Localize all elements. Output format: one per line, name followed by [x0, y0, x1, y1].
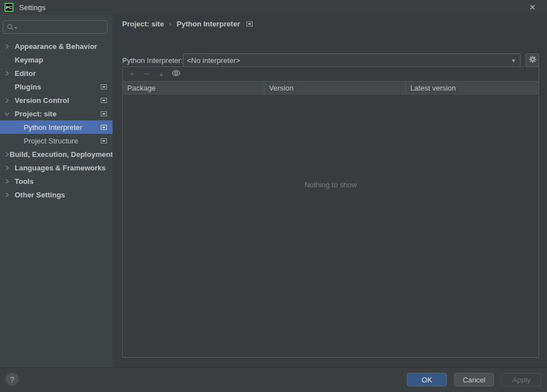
breadcrumb-separator-icon: ›: [169, 20, 171, 28]
sidebar-item-build-execution-deployment[interactable]: Build, Execution, Deployment: [0, 147, 113, 161]
close-icon[interactable]: ×: [526, 1, 539, 14]
chevron-right-icon: [5, 152, 10, 157]
chevron-right-icon: [5, 98, 15, 103]
plus-icon: +: [129, 70, 134, 79]
search-history-chevron-icon[interactable]: ▾: [15, 25, 17, 30]
sidebar-item-other-settings[interactable]: Other Settings: [0, 188, 113, 201]
interpreter-settings-button[interactable]: [526, 53, 539, 67]
project-settings-badge-icon: [246, 21, 253, 26]
apply-button[interactable]: Apply: [501, 373, 541, 386]
chevron-right-icon: [5, 44, 15, 49]
chevron-right-icon: [5, 165, 15, 170]
breadcrumb: Project: site › Python Interpreter: [122, 20, 258, 28]
window-title: Settings: [19, 3, 46, 12]
title-bar: PC Settings ×: [0, 0, 547, 15]
breadcrumb-project-site[interactable]: Project: site: [122, 20, 164, 28]
cancel-button[interactable]: Cancel: [454, 373, 494, 386]
search-icon: [7, 24, 14, 31]
dialog-footer: ? OK Cancel Apply: [0, 367, 547, 392]
settings-content: Project: site › Python Interpreter Pytho…: [113, 15, 547, 367]
sidebar-item-version-control[interactable]: Version Control: [0, 93, 113, 107]
project-settings-badge-icon: [101, 138, 107, 143]
sidebar-item-editor[interactable]: Editor: [0, 66, 113, 80]
sidebar-item-keymap[interactable]: Keymap: [0, 53, 113, 66]
sidebar-item-plugins[interactable]: Plugins: [0, 80, 113, 93]
project-settings-badge-icon: [101, 84, 107, 89]
column-header-package[interactable]: Package: [123, 82, 264, 94]
settings-dialog: PC Settings × ▾ Appearance & Behavior Ke…: [0, 0, 547, 392]
eye-icon: [172, 70, 181, 78]
help-button[interactable]: ?: [6, 373, 19, 386]
minus-icon: −: [144, 70, 149, 79]
pycharm-logo-icon: PC: [5, 3, 14, 12]
project-settings-badge-icon: [101, 98, 107, 103]
question-mark-icon: ?: [10, 375, 15, 384]
gear-icon: [528, 55, 537, 65]
sidebar-item-project-site[interactable]: Project: site: [0, 107, 113, 120]
sidebar-item-languages-frameworks[interactable]: Languages & Frameworks: [0, 161, 113, 174]
remove-package-button[interactable]: −: [142, 69, 151, 79]
show-early-releases-button[interactable]: [171, 69, 181, 79]
sidebar-item-appearance-behavior[interactable]: Appearance & Behavior: [0, 39, 113, 53]
project-settings-badge-icon: [101, 111, 107, 116]
up-triangle-icon: ▲: [159, 70, 164, 79]
footer-buttons: OK Cancel Apply: [407, 373, 541, 386]
chevron-right-icon: [5, 179, 15, 184]
interpreter-dropdown[interactable]: <No interpreter> ▼: [183, 53, 521, 67]
interpreter-label: Python Interpreter:: [122, 56, 183, 65]
sidebar-item-project-structure[interactable]: Project Structure: [0, 134, 113, 147]
project-settings-badge-icon: [101, 125, 107, 130]
column-header-version[interactable]: Version: [264, 82, 405, 94]
chevron-down-icon: [5, 111, 15, 116]
packages-table-header: Package Version Latest version: [123, 81, 539, 94]
empty-table-message: Nothing to show: [123, 181, 539, 189]
search-input[interactable]: [19, 21, 118, 33]
column-header-latest-version[interactable]: Latest version: [405, 82, 539, 94]
search-box[interactable]: ▾: [3, 20, 107, 34]
dropdown-arrow-icon: ▼: [511, 58, 516, 64]
interpreter-dropdown-value: <No interpreter>: [187, 56, 240, 65]
packages-panel: + − ▲ Package Version Latest version Not…: [122, 66, 539, 358]
breadcrumb-python-interpreter[interactable]: Python Interpreter: [177, 20, 240, 28]
interpreter-row: Python Interpreter: <No interpreter> ▼: [122, 53, 539, 67]
add-package-button[interactable]: +: [127, 69, 137, 79]
upgrade-package-button[interactable]: ▲: [156, 69, 166, 79]
ok-button[interactable]: OK: [407, 373, 447, 386]
sidebar-item-tools[interactable]: Tools: [0, 174, 113, 188]
settings-sidebar: ▾ Appearance & Behavior Keymap Editor Pl…: [0, 15, 113, 367]
settings-tree: Appearance & Behavior Keymap Editor Plug…: [0, 39, 113, 201]
packages-toolbar: + − ▲: [123, 67, 539, 81]
sidebar-item-python-interpreter[interactable]: Python Interpreter: [0, 120, 113, 134]
chevron-right-icon: [5, 71, 15, 76]
chevron-right-icon: [5, 192, 15, 197]
